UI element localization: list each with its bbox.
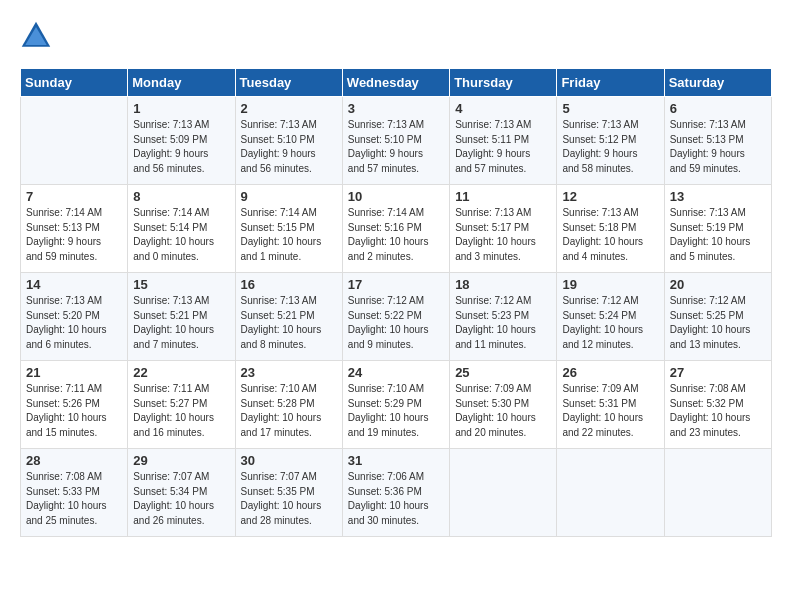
weekday-header: Saturday (664, 69, 771, 97)
day-info: Sunrise: 7:13 AMSunset: 5:10 PMDaylight:… (348, 118, 444, 176)
day-number: 4 (455, 101, 551, 116)
day-number: 27 (670, 365, 766, 380)
day-number: 13 (670, 189, 766, 204)
calendar-cell: 4Sunrise: 7:13 AMSunset: 5:11 PMDaylight… (450, 97, 557, 185)
day-number: 24 (348, 365, 444, 380)
day-info: Sunrise: 7:12 AMSunset: 5:25 PMDaylight:… (670, 294, 766, 352)
day-info: Sunrise: 7:14 AMSunset: 5:15 PMDaylight:… (241, 206, 337, 264)
day-number: 3 (348, 101, 444, 116)
calendar-cell (557, 449, 664, 537)
weekday-header: Wednesday (342, 69, 449, 97)
calendar-cell: 21Sunrise: 7:11 AMSunset: 5:26 PMDayligh… (21, 361, 128, 449)
day-number: 14 (26, 277, 122, 292)
calendar-cell: 5Sunrise: 7:13 AMSunset: 5:12 PMDaylight… (557, 97, 664, 185)
day-number: 7 (26, 189, 122, 204)
calendar-week-row: 28Sunrise: 7:08 AMSunset: 5:33 PMDayligh… (21, 449, 772, 537)
calendar-cell: 25Sunrise: 7:09 AMSunset: 5:30 PMDayligh… (450, 361, 557, 449)
day-number: 29 (133, 453, 229, 468)
day-number: 20 (670, 277, 766, 292)
day-info: Sunrise: 7:13 AMSunset: 5:10 PMDaylight:… (241, 118, 337, 176)
day-number: 11 (455, 189, 551, 204)
day-number: 12 (562, 189, 658, 204)
day-number: 18 (455, 277, 551, 292)
day-info: Sunrise: 7:08 AMSunset: 5:32 PMDaylight:… (670, 382, 766, 440)
weekday-header: Thursday (450, 69, 557, 97)
calendar-cell: 12Sunrise: 7:13 AMSunset: 5:18 PMDayligh… (557, 185, 664, 273)
day-info: Sunrise: 7:07 AMSunset: 5:34 PMDaylight:… (133, 470, 229, 528)
calendar-cell: 26Sunrise: 7:09 AMSunset: 5:31 PMDayligh… (557, 361, 664, 449)
day-info: Sunrise: 7:10 AMSunset: 5:29 PMDaylight:… (348, 382, 444, 440)
calendar-cell: 6Sunrise: 7:13 AMSunset: 5:13 PMDaylight… (664, 97, 771, 185)
day-info: Sunrise: 7:13 AMSunset: 5:19 PMDaylight:… (670, 206, 766, 264)
day-info: Sunrise: 7:14 AMSunset: 5:13 PMDaylight:… (26, 206, 122, 264)
day-info: Sunrise: 7:07 AMSunset: 5:35 PMDaylight:… (241, 470, 337, 528)
calendar-cell: 14Sunrise: 7:13 AMSunset: 5:20 PMDayligh… (21, 273, 128, 361)
logo-icon (20, 20, 52, 52)
calendar-header: SundayMondayTuesdayWednesdayThursdayFrid… (21, 69, 772, 97)
weekday-header: Monday (128, 69, 235, 97)
calendar-cell (21, 97, 128, 185)
calendar-cell: 19Sunrise: 7:12 AMSunset: 5:24 PMDayligh… (557, 273, 664, 361)
day-info: Sunrise: 7:09 AMSunset: 5:31 PMDaylight:… (562, 382, 658, 440)
calendar-cell: 31Sunrise: 7:06 AMSunset: 5:36 PMDayligh… (342, 449, 449, 537)
day-number: 25 (455, 365, 551, 380)
day-number: 1 (133, 101, 229, 116)
calendar-cell: 18Sunrise: 7:12 AMSunset: 5:23 PMDayligh… (450, 273, 557, 361)
calendar-body: 1Sunrise: 7:13 AMSunset: 5:09 PMDaylight… (21, 97, 772, 537)
calendar-cell: 3Sunrise: 7:13 AMSunset: 5:10 PMDaylight… (342, 97, 449, 185)
calendar-cell: 23Sunrise: 7:10 AMSunset: 5:28 PMDayligh… (235, 361, 342, 449)
day-info: Sunrise: 7:13 AMSunset: 5:09 PMDaylight:… (133, 118, 229, 176)
header-row: SundayMondayTuesdayWednesdayThursdayFrid… (21, 69, 772, 97)
calendar-cell (450, 449, 557, 537)
calendar-cell: 10Sunrise: 7:14 AMSunset: 5:16 PMDayligh… (342, 185, 449, 273)
day-info: Sunrise: 7:13 AMSunset: 5:11 PMDaylight:… (455, 118, 551, 176)
calendar-week-row: 1Sunrise: 7:13 AMSunset: 5:09 PMDaylight… (21, 97, 772, 185)
calendar-cell: 15Sunrise: 7:13 AMSunset: 5:21 PMDayligh… (128, 273, 235, 361)
day-number: 15 (133, 277, 229, 292)
day-info: Sunrise: 7:12 AMSunset: 5:22 PMDaylight:… (348, 294, 444, 352)
weekday-header: Sunday (21, 69, 128, 97)
day-info: Sunrise: 7:11 AMSunset: 5:26 PMDaylight:… (26, 382, 122, 440)
calendar-week-row: 7Sunrise: 7:14 AMSunset: 5:13 PMDaylight… (21, 185, 772, 273)
day-number: 23 (241, 365, 337, 380)
calendar-cell: 13Sunrise: 7:13 AMSunset: 5:19 PMDayligh… (664, 185, 771, 273)
day-info: Sunrise: 7:13 AMSunset: 5:20 PMDaylight:… (26, 294, 122, 352)
calendar-cell: 9Sunrise: 7:14 AMSunset: 5:15 PMDaylight… (235, 185, 342, 273)
logo (20, 20, 56, 52)
day-number: 5 (562, 101, 658, 116)
calendar-cell: 1Sunrise: 7:13 AMSunset: 5:09 PMDaylight… (128, 97, 235, 185)
day-info: Sunrise: 7:13 AMSunset: 5:18 PMDaylight:… (562, 206, 658, 264)
calendar-cell: 2Sunrise: 7:13 AMSunset: 5:10 PMDaylight… (235, 97, 342, 185)
calendar-cell: 11Sunrise: 7:13 AMSunset: 5:17 PMDayligh… (450, 185, 557, 273)
day-info: Sunrise: 7:13 AMSunset: 5:12 PMDaylight:… (562, 118, 658, 176)
day-info: Sunrise: 7:13 AMSunset: 5:17 PMDaylight:… (455, 206, 551, 264)
day-number: 22 (133, 365, 229, 380)
calendar-cell (664, 449, 771, 537)
day-info: Sunrise: 7:13 AMSunset: 5:21 PMDaylight:… (133, 294, 229, 352)
day-number: 30 (241, 453, 337, 468)
calendar-cell: 27Sunrise: 7:08 AMSunset: 5:32 PMDayligh… (664, 361, 771, 449)
day-number: 26 (562, 365, 658, 380)
calendar-cell: 20Sunrise: 7:12 AMSunset: 5:25 PMDayligh… (664, 273, 771, 361)
day-info: Sunrise: 7:08 AMSunset: 5:33 PMDaylight:… (26, 470, 122, 528)
calendar-cell: 17Sunrise: 7:12 AMSunset: 5:22 PMDayligh… (342, 273, 449, 361)
day-info: Sunrise: 7:11 AMSunset: 5:27 PMDaylight:… (133, 382, 229, 440)
calendar-cell: 30Sunrise: 7:07 AMSunset: 5:35 PMDayligh… (235, 449, 342, 537)
day-info: Sunrise: 7:14 AMSunset: 5:16 PMDaylight:… (348, 206, 444, 264)
day-number: 8 (133, 189, 229, 204)
day-info: Sunrise: 7:06 AMSunset: 5:36 PMDaylight:… (348, 470, 444, 528)
day-number: 10 (348, 189, 444, 204)
day-number: 2 (241, 101, 337, 116)
day-number: 17 (348, 277, 444, 292)
day-info: Sunrise: 7:09 AMSunset: 5:30 PMDaylight:… (455, 382, 551, 440)
calendar-cell: 24Sunrise: 7:10 AMSunset: 5:29 PMDayligh… (342, 361, 449, 449)
calendar-cell: 29Sunrise: 7:07 AMSunset: 5:34 PMDayligh… (128, 449, 235, 537)
day-number: 21 (26, 365, 122, 380)
calendar-week-row: 14Sunrise: 7:13 AMSunset: 5:20 PMDayligh… (21, 273, 772, 361)
calendar-cell: 8Sunrise: 7:14 AMSunset: 5:14 PMDaylight… (128, 185, 235, 273)
calendar-cell: 7Sunrise: 7:14 AMSunset: 5:13 PMDaylight… (21, 185, 128, 273)
day-info: Sunrise: 7:13 AMSunset: 5:21 PMDaylight:… (241, 294, 337, 352)
weekday-header: Tuesday (235, 69, 342, 97)
weekday-header: Friday (557, 69, 664, 97)
day-number: 9 (241, 189, 337, 204)
